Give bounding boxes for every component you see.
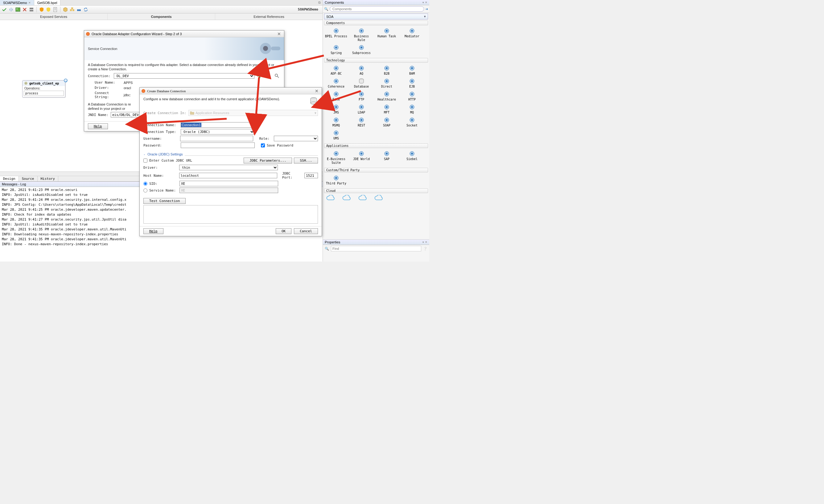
palette-item[interactable]: Spring [323, 43, 349, 56]
signal-icon[interactable] [9, 7, 14, 12]
palette-item[interactable]: FTP [349, 90, 374, 103]
palette-item[interactable]: Socket [399, 116, 425, 129]
username-input[interactable] [180, 136, 253, 141]
palette-item[interactable]: Subprocess [349, 43, 374, 56]
components-search-input[interactable] [330, 6, 424, 12]
close-icon[interactable]: ✕ [28, 1, 31, 4]
help-button[interactable]: Help [143, 228, 164, 234]
add-connection-button[interactable] [256, 73, 263, 79]
ok-button[interactable]: OK [276, 228, 291, 234]
document-icon[interactable] [53, 7, 58, 12]
section-applications[interactable]: Applications [324, 143, 428, 148]
binoculars-icon[interactable] [77, 7, 81, 12]
test-connection-button[interactable]: Test Connection [143, 198, 186, 204]
host-input[interactable] [179, 173, 278, 178]
tab-getsob[interactable]: GetSOB.bpel [34, 0, 61, 5]
palette-item[interactable]: LDAP [349, 103, 374, 116]
jndi-input[interactable] [111, 112, 140, 117]
conn-name-input[interactable]: Connection1 [181, 122, 255, 128]
anchor-icon[interactable] [64, 79, 68, 82]
sid-radio[interactable] [143, 182, 147, 186]
palette-item[interactable]: Siebel [399, 149, 425, 166]
svg-point-64 [335, 132, 337, 134]
port-input[interactable] [304, 173, 318, 178]
palette-item[interactable]: Mediator [399, 26, 425, 43]
palette-item[interactable]: Coherence [323, 77, 349, 90]
ssh-button[interactable]: SSH... [294, 158, 318, 164]
driver-select[interactable]: thin [179, 165, 278, 170]
btab-history[interactable]: History [38, 176, 58, 181]
section-technology[interactable]: Technology [324, 58, 428, 63]
palette-item[interactable]: Human Task [374, 26, 399, 43]
validate-icon[interactable] [2, 7, 7, 12]
edit-connection-button[interactable] [265, 73, 272, 79]
btab-design[interactable]: Design [0, 176, 19, 181]
wizard-desc: A Database Connection is required to con… [88, 63, 280, 71]
image-icon[interactable] [15, 7, 20, 12]
custom-url-checkbox[interactable] [143, 159, 147, 163]
sid-input[interactable] [180, 181, 278, 186]
cloud-icon[interactable] [326, 195, 336, 201]
help-icon[interactable]: ❔ [423, 247, 427, 251]
palette-item[interactable]: JMS [323, 103, 349, 116]
panel-menu-icon[interactable]: ▾ ✕ [422, 240, 427, 244]
palette-item[interactable]: SAP [374, 149, 399, 166]
category-combo[interactable]: SOA▾ [324, 14, 428, 19]
section-components[interactable]: Components [324, 21, 428, 25]
palette-item[interactable]: AQ [349, 64, 374, 77]
cubes-icon[interactable] [70, 7, 75, 12]
palette-item-database[interactable]: Database [349, 77, 374, 90]
cloud-icon[interactable] [374, 195, 384, 201]
server-icon[interactable] [29, 7, 34, 12]
section-cloud[interactable]: Cloud [324, 189, 428, 193]
cloud-icon[interactable] [358, 195, 368, 201]
save-pwd-checkbox[interactable] [261, 143, 265, 147]
palette-item[interactable]: REST [349, 116, 374, 129]
svg-point-19 [411, 30, 413, 32]
palette-item[interactable]: HTTP [399, 90, 425, 103]
cloud-icon[interactable] [342, 195, 352, 201]
palette-item[interactable]: File [323, 90, 349, 103]
panel-menu-icon[interactable]: ▾ ✕ [422, 1, 427, 4]
close-icon[interactable]: ✕ [314, 89, 320, 93]
svc-radio[interactable] [143, 189, 147, 193]
palette-item[interactable]: BAM [399, 64, 425, 77]
tab-soapwsdemo[interactable]: SOAPWSDemo✕ [0, 0, 34, 5]
jdbc-params-button[interactable]: JDBC Parameters... [244, 158, 292, 164]
cube-icon[interactable] [63, 7, 68, 12]
section-custom[interactable]: Custom/Third Party [324, 168, 428, 173]
help-button[interactable]: Help [88, 123, 108, 129]
palette-item[interactable]: E-Business Suite [323, 149, 349, 166]
palette-item[interactable]: Healthcare [374, 90, 399, 103]
cancel-button[interactable]: Cancel [294, 228, 318, 234]
palette-item[interactable]: B2B [374, 64, 399, 77]
palette-item[interactable]: ADF-BC [323, 64, 349, 77]
search-connection-button[interactable] [274, 73, 280, 79]
service-endpoint[interactable]: getsob_client_ep Operations: process [22, 80, 65, 97]
restore-icon[interactable]: ⧉ [316, 0, 323, 5]
properties-find-input[interactable] [331, 246, 421, 251]
shield-yellow-icon[interactable] [46, 7, 51, 12]
role-select[interactable] [274, 136, 318, 141]
pwd-input[interactable] [181, 142, 255, 148]
palette-item[interactable]: BPEL Process [323, 26, 349, 43]
palette-item[interactable]: Business Rule [349, 26, 374, 43]
palette-item[interactable]: MSMQ [323, 116, 349, 129]
palette-item[interactable]: MQ [399, 103, 425, 116]
palette-item[interactable]: SOAP [374, 116, 399, 129]
search-icon[interactable]: 🔍 [324, 7, 328, 11]
search-go-icon[interactable]: ➜ [425, 7, 428, 11]
palette-item[interactable]: EJB [399, 77, 425, 90]
connection-select[interactable]: DL_DEV [114, 73, 254, 79]
palette-item[interactable]: Third Party [323, 174, 349, 187]
delete-icon[interactable] [22, 7, 27, 12]
palette-item[interactable]: Direct [374, 77, 399, 90]
refresh-icon[interactable] [83, 7, 88, 12]
close-icon[interactable]: ✕ [276, 31, 282, 36]
palette-item[interactable]: JDE World [349, 149, 374, 166]
shield-orange-icon[interactable] [39, 7, 44, 12]
conn-type-select[interactable]: Oracle (JDBC) [181, 129, 255, 134]
palette-item[interactable]: MFT [374, 103, 399, 116]
palette-item[interactable]: UMS [323, 129, 349, 141]
btab-source[interactable]: Source [19, 176, 38, 181]
